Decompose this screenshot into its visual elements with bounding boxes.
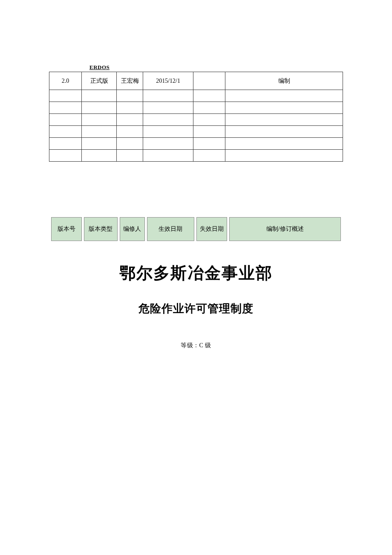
cell (143, 126, 193, 138)
header-editor: 编修人 (120, 217, 145, 241)
header-effective-date: 生效日期 (147, 217, 194, 241)
cell (117, 90, 143, 102)
cell (49, 138, 82, 150)
cell (143, 90, 193, 102)
cell (81, 102, 117, 114)
table-row (49, 102, 343, 114)
cell-expiry-date (193, 72, 225, 90)
cell (143, 102, 193, 114)
table-row (49, 90, 343, 102)
main-title: 鄂尔多斯冶金事业部 (49, 262, 343, 284)
header-expiry-date: 失效日期 (196, 217, 227, 241)
cell (193, 150, 225, 162)
cell (225, 114, 343, 126)
sub-title: 危险作业许可管理制度 (49, 301, 343, 316)
table-row (49, 114, 343, 126)
table-row (49, 126, 343, 138)
cell (117, 102, 143, 114)
cell (81, 114, 117, 126)
cell (49, 102, 82, 114)
cell-description: 编制 (225, 72, 343, 90)
cell (193, 138, 225, 150)
header-version: 版本号 (51, 217, 82, 241)
cell (193, 90, 225, 102)
cell-type: 正式版 (81, 72, 117, 90)
cell (81, 150, 117, 162)
cell (143, 150, 193, 162)
cell (225, 138, 343, 150)
cell (81, 138, 117, 150)
cell (117, 126, 143, 138)
cell-editor: 王宏梅 (117, 72, 143, 90)
cell (117, 114, 143, 126)
cell (193, 126, 225, 138)
cell (49, 150, 82, 162)
cell (225, 150, 343, 162)
cell (49, 90, 82, 102)
cell-effective-date: 2015/12/1 (143, 72, 193, 90)
column-headers-table: 版本号 版本类型 编修人 生效日期 失效日期 编制/修订概述 (49, 217, 343, 241)
cell (81, 90, 117, 102)
cell (143, 138, 193, 150)
cell (225, 90, 343, 102)
cell (225, 102, 343, 114)
cell (193, 114, 225, 126)
table-row (49, 150, 343, 162)
revision-table: 2.0 正式版 王宏梅 2015/12/1 编制 (49, 72, 343, 162)
cell (81, 126, 117, 138)
header-type: 版本类型 (84, 217, 118, 241)
table-row (49, 138, 343, 150)
cell (49, 126, 82, 138)
cell (143, 114, 193, 126)
table-row: 2.0 正式版 王宏梅 2015/12/1 编制 (49, 72, 343, 90)
cell (117, 150, 143, 162)
document-page: ERDOS 2.0 正式版 王宏梅 2015/12/1 编制 (0, 0, 392, 384)
cell (193, 102, 225, 114)
cell-version: 2.0 (49, 72, 82, 90)
header-row: 版本号 版本类型 编修人 生效日期 失效日期 编制/修订概述 (51, 217, 341, 241)
cell (117, 138, 143, 150)
brand-label: ERDOS (89, 64, 343, 71)
cell (49, 114, 82, 126)
cell (225, 126, 343, 138)
header-description: 编制/修订概述 (229, 217, 341, 241)
grade-label: 等级：C 级 (49, 342, 343, 349)
